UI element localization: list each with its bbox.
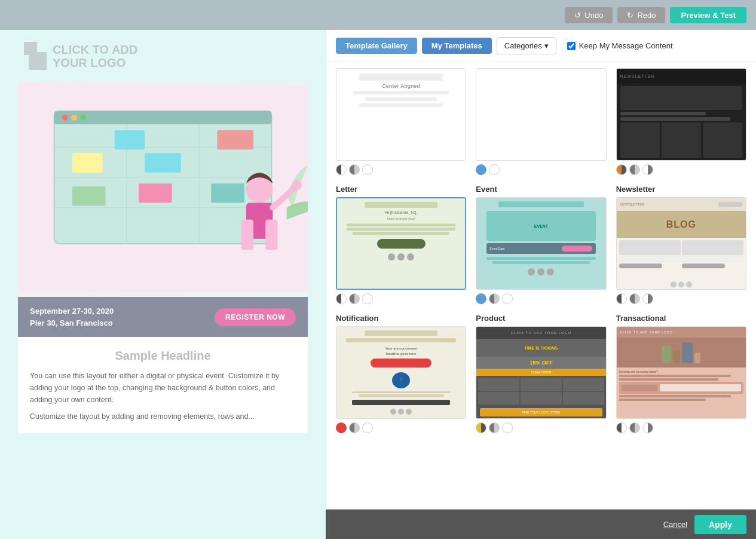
template-item-notification: Notification Your announcementheadline g… xyxy=(336,314,466,433)
swatch-product-2[interactable] xyxy=(489,422,500,433)
swatches-newsletter xyxy=(616,293,746,304)
template-thumb-transactional[interactable]: CLICK TO ADD YOUR LOGO So what are you u… xyxy=(616,326,746,419)
template-item-letter: Letter Hi [firstname_fix], Nice to meet … xyxy=(336,185,466,304)
template-item-newsletter-top: NEWSLETTER xyxy=(616,68,746,175)
event-preview-card: September 27-30, 2020 Pier 30, San Franc… xyxy=(18,82,308,433)
svg-rect-14 xyxy=(217,130,253,149)
swatch-newsletter-1[interactable] xyxy=(616,293,627,304)
template-thumb-center-aligned[interactable]: Center Aligned xyxy=(336,68,466,161)
svg-rect-12 xyxy=(115,130,145,149)
logo-placeholder: CLICK TO ADD YOUR LOGO xyxy=(0,30,326,76)
redo-button[interactable]: ↻ Redo xyxy=(617,7,665,23)
template-item-product: Product CLICK TO ADD YOUR LOGO TIME IS T… xyxy=(476,314,606,433)
svg-rect-21 xyxy=(265,220,277,250)
template-thumb-newsletter[interactable]: NEWSLETTER BLOG xyxy=(616,197,746,290)
redo-icon: ↻ xyxy=(627,11,633,20)
template-label-letter: Letter xyxy=(336,185,466,194)
swatch-transactional-3[interactable] xyxy=(642,422,653,433)
svg-rect-20 xyxy=(241,220,253,250)
svg-rect-11 xyxy=(72,153,103,172)
event-content: Sample Headline You can use this layout … xyxy=(18,337,308,433)
swatch-transactional-2[interactable] xyxy=(629,422,640,433)
tabs-bar: Template Gallery My Templates Categories… xyxy=(326,30,756,62)
swatches-transactional xyxy=(616,422,746,433)
template-label-notification: Notification xyxy=(336,314,466,323)
swatch-newsletter-2[interactable] xyxy=(629,293,640,304)
swatch-product-3[interactable] xyxy=(502,422,513,433)
swatch-letter-3[interactable] xyxy=(362,293,373,304)
event-description-1: You can use this layout for either a dig… xyxy=(30,370,296,406)
keep-message-checkbox[interactable] xyxy=(567,42,576,50)
event-headline: Sample Headline xyxy=(30,349,296,363)
event-info-bar: September 27-30, 2020 Pier 30, San Franc… xyxy=(18,297,308,337)
swatch-2[interactable] xyxy=(349,164,360,175)
swatches-notification xyxy=(336,422,466,433)
preview-test-button[interactable]: Preview & Test xyxy=(670,7,746,23)
swatch-right-1[interactable] xyxy=(642,164,653,175)
template-thumb-event[interactable]: EVENT Event Date xyxy=(476,197,606,290)
template-grid: Center Aligned xyxy=(326,62,756,539)
template-label-event: Event xyxy=(476,185,606,194)
swatches-product xyxy=(476,422,606,433)
swatch-3[interactable] xyxy=(362,164,373,175)
svg-point-5 xyxy=(80,115,86,121)
event-dates: September 27-30, 2020 Pier 30, San Franc… xyxy=(30,305,114,329)
cancel-button[interactable]: Cancel xyxy=(663,520,687,529)
swatch-notification-1[interactable] xyxy=(336,422,347,433)
undo-icon: ↺ xyxy=(574,11,581,20)
toolbar: ↺ Undo ↻ Redo Preview & Test xyxy=(0,0,756,30)
swatches-event xyxy=(476,293,606,304)
event-description-2: Customize the layout by adding and remov… xyxy=(30,411,296,422)
swatch-event-2[interactable] xyxy=(489,293,500,304)
tab-categories[interactable]: Categories ▾ xyxy=(497,37,556,54)
svg-rect-2 xyxy=(54,111,272,124)
svg-rect-16 xyxy=(211,183,244,203)
template-thumb-blank[interactable] xyxy=(476,68,606,161)
swatch-transactional-1[interactable] xyxy=(616,422,627,433)
template-gallery-panel: Template Gallery My Templates Categories… xyxy=(326,30,756,539)
event-illustration xyxy=(18,82,308,297)
swatch-orange-1[interactable] xyxy=(616,164,627,175)
svg-rect-13 xyxy=(145,153,181,172)
template-item-newsletter: Newsletter NEWSLETTER BLOG xyxy=(616,185,746,304)
swatch-letter-1[interactable] xyxy=(336,293,347,304)
swatch-event-3[interactable] xyxy=(502,293,513,304)
undo-button[interactable]: ↺ Undo xyxy=(565,7,613,23)
template-label-product: Product xyxy=(476,314,606,323)
svg-point-4 xyxy=(71,115,77,121)
swatches-blank xyxy=(476,164,606,175)
keep-message-option: Keep My Message Content xyxy=(567,41,673,50)
swatch-event-1[interactable] xyxy=(476,293,486,304)
swatch-mid-1[interactable] xyxy=(629,164,640,175)
template-item-blank xyxy=(476,68,606,175)
swatch-notification-2[interactable] xyxy=(349,422,360,433)
swatches-newsletter-top xyxy=(616,164,746,175)
template-label-transactional: Transactional xyxy=(616,314,746,323)
left-preview-panel: CLICK TO ADD YOUR LOGO xyxy=(0,30,326,539)
swatch-outline-1[interactable] xyxy=(489,164,500,175)
register-now-button[interactable]: REGISTER NOW xyxy=(215,308,296,326)
logo-squares-icon xyxy=(24,42,47,70)
tab-my-templates[interactable]: My Templates xyxy=(422,38,492,54)
svg-point-3 xyxy=(62,115,68,121)
template-thumb-notification[interactable]: Your announcementheadline goes here ! xyxy=(336,326,466,419)
template-item-center-aligned: Center Aligned xyxy=(336,68,466,175)
template-thumb-newsletter-top[interactable]: NEWSLETTER xyxy=(616,68,746,161)
swatch-letter-2[interactable] xyxy=(349,293,360,304)
swatch-product-1[interactable] xyxy=(476,422,486,433)
swatch-notification-3[interactable] xyxy=(362,422,373,433)
template-item-event: Event EVENT Event Date xyxy=(476,185,606,304)
apply-button[interactable]: Apply xyxy=(694,515,746,534)
svg-rect-15 xyxy=(139,183,172,203)
template-label-newsletter: Newsletter xyxy=(616,185,746,194)
swatch-newsletter-3[interactable] xyxy=(642,293,653,304)
chevron-down-icon: ▾ xyxy=(544,41,549,50)
swatch-blue-1[interactable] xyxy=(476,164,486,175)
swatch-1[interactable] xyxy=(336,164,347,175)
swatches-letter xyxy=(336,293,466,304)
bottom-action-bar: Cancel Apply xyxy=(326,509,756,539)
svg-point-22 xyxy=(292,180,302,190)
template-thumb-product[interactable]: CLICK TO ADD YOUR LOGO TIME IS TICKING 1… xyxy=(476,326,606,419)
tab-template-gallery[interactable]: Template Gallery xyxy=(336,38,417,54)
template-thumb-letter[interactable]: Hi [firstname_fix], Nice to meet you! xyxy=(336,197,466,290)
